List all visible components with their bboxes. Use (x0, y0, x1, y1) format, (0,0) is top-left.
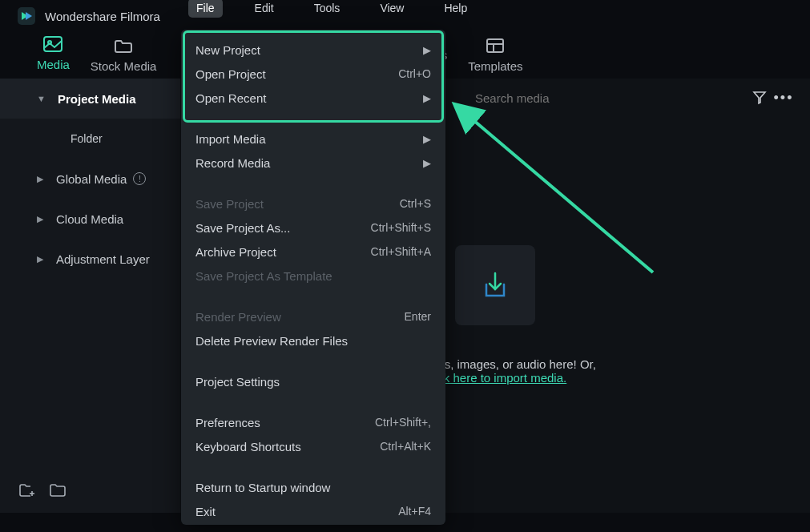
file-menu: New Project▶Open ProjectCtrl+OOpen Recen… (181, 30, 445, 525)
menu-item-shortcut: Alt+F4 (398, 505, 431, 518)
menu-item-label: Open Recent (195, 91, 423, 105)
menu-item-shortcut: Enter (405, 310, 431, 323)
menu-item-open-project[interactable]: Open ProjectCtrl+O (181, 62, 445, 86)
menu-item-save-project: Save ProjectCtrl+S (181, 191, 445, 216)
menu-item-label: New Project (195, 43, 423, 57)
menu-separator (181, 296, 445, 296)
folder-icon[interactable] (50, 484, 66, 500)
menu-item-label: Delete Preview Render Files (195, 334, 431, 348)
menubar-file[interactable]: File (188, 0, 223, 18)
chevron-right-icon: ▶ (423, 44, 431, 56)
sidebar-item-label: Project Media (58, 92, 136, 106)
menu-item-shortcut: Ctrl+Alt+K (380, 440, 431, 453)
menu-item-label: Record Media (195, 156, 423, 170)
menu-item-label: Render Preview (195, 310, 405, 324)
menu-item-shortcut: Ctrl+Shift+, (375, 416, 431, 429)
menubar-help[interactable]: Help (436, 0, 475, 18)
new-folder-icon[interactable] (19, 484, 35, 500)
chevron-right-icon: ▶ (37, 214, 46, 224)
app-logo (18, 7, 35, 25)
menu-separator (181, 183, 445, 183)
sidebar-item-label: Folder (71, 132, 103, 145)
chevron-right-icon: ▶ (37, 254, 46, 264)
chevron-right-icon: ▶ (423, 157, 431, 169)
menu-item-return-to-startup-window[interactable]: Return to Startup window (181, 475, 445, 499)
menu-item-shortcut: Ctrl+Shift+S (371, 221, 431, 234)
info-icon: ! (133, 172, 146, 185)
menu-item-label: Exit (195, 505, 398, 518)
menu-item-archive-project[interactable]: Archive ProjectCtrl+Shift+A (181, 240, 445, 264)
sidebar-item-folder[interactable]: Folder (0, 119, 180, 159)
menu-separator (181, 401, 445, 402)
menu-item-render-preview: Render PreviewEnter (181, 304, 445, 328)
menu-item-label: Archive Project (195, 245, 371, 259)
filter-icon[interactable] (748, 91, 772, 105)
menubar-tools[interactable]: Tools (306, 0, 349, 18)
stock-media-icon (113, 37, 134, 54)
tab-media-label: Media (37, 58, 70, 71)
menu-item-delete-preview-render-files[interactable]: Delete Preview Render Files (181, 328, 445, 353)
svg-rect-2 (487, 39, 503, 52)
menu-item-project-settings[interactable]: Project Settings (181, 369, 445, 393)
menu-item-label: Preferences (195, 416, 375, 429)
sidebar-item-label: Global Media (56, 172, 127, 186)
menu-item-save-project-as-template: Save Project As Template (181, 264, 445, 288)
menu-item-label: Import Media (195, 132, 423, 146)
sidebar: ▼ Project Media Folder ▶ Global Media ! … (0, 79, 180, 513)
chevron-right-icon: ▶ (423, 92, 431, 104)
sidebar-item-global-media[interactable]: ▶ Global Media ! (0, 159, 180, 199)
menu-item-label: Keyboard Shortcuts (195, 440, 380, 453)
menu-item-shortcut: Ctrl+S (400, 197, 431, 210)
chevron-down-icon: ▼ (37, 94, 46, 103)
chevron-right-icon: ▶ (37, 174, 46, 184)
chevron-right-icon: ▶ (423, 133, 431, 145)
tab-media[interactable]: Media (32, 35, 75, 82)
menu-item-shortcut: Ctrl+O (398, 67, 431, 80)
menu-item-label: Save Project As... (195, 221, 371, 235)
tab-stock-media-label: Stock Media (91, 59, 157, 73)
menu-separator (181, 118, 445, 119)
menu-item-shortcut: Ctrl+Shift+A (371, 245, 431, 258)
menu-separator (181, 361, 445, 361)
menu-item-record-media[interactable]: Record Media▶ (181, 151, 445, 175)
menu-item-save-project-as[interactable]: Save Project As...Ctrl+Shift+S (181, 216, 445, 240)
app-title: Wondershare Filmora (45, 10, 160, 23)
menu-item-import-media[interactable]: Import Media▶ (181, 127, 445, 151)
menu-item-label: Save Project As Template (195, 269, 431, 283)
menu-item-new-project[interactable]: New Project▶ (181, 38, 445, 62)
menubar-view[interactable]: View (372, 0, 412, 18)
menubar-edit[interactable]: Edit (247, 0, 282, 18)
sidebar-footer (0, 471, 180, 513)
templates-icon (485, 37, 506, 54)
menu-item-open-recent[interactable]: Open Recent▶ (181, 86, 445, 110)
sidebar-item-label: Adjustment Layer (56, 252, 150, 266)
import-icon-box (455, 245, 535, 325)
tab-templates[interactable]: Templates (463, 37, 527, 81)
more-icon[interactable]: ••• (772, 90, 796, 107)
tab-templates-label: Templates (468, 59, 522, 73)
tab-stock-media[interactable]: Stock Media (86, 37, 162, 81)
menu-item-label: Return to Startup window (195, 481, 431, 494)
menu-item-label: Project Settings (195, 375, 431, 389)
sidebar-item-adjustment-layer[interactable]: ▶ Adjustment Layer (0, 239, 180, 279)
menu-item-keyboard-shortcuts[interactable]: Keyboard ShortcutsCtrl+Alt+K (181, 434, 445, 458)
menu-item-exit[interactable]: ExitAlt+F4 (181, 499, 445, 523)
menu-separator (181, 466, 445, 467)
menu-item-label: Save Project (195, 197, 400, 211)
media-icon (42, 35, 63, 53)
menu-item-preferences[interactable]: PreferencesCtrl+Shift+, (181, 410, 445, 434)
sidebar-item-label: Cloud Media (56, 212, 123, 226)
sidebar-item-project-media[interactable]: ▼ Project Media (0, 79, 180, 119)
menu-item-label: Open Project (195, 67, 398, 81)
sidebar-item-cloud-media[interactable]: ▶ Cloud Media (0, 199, 180, 239)
